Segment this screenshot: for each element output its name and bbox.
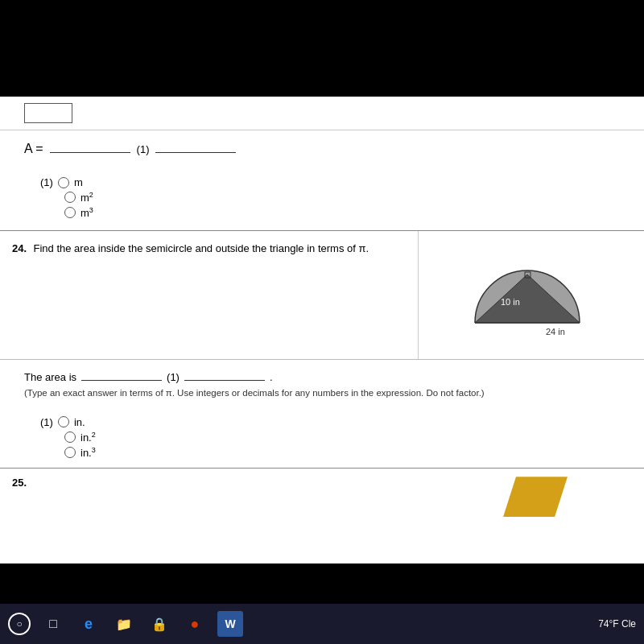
svg-text:10 in: 10 in xyxy=(501,297,520,307)
problem-24-right: 10 in 24 in xyxy=(419,231,644,359)
radio-m2[interactable] xyxy=(64,192,76,203)
area-is-label: The area is xyxy=(24,371,76,383)
area-blank-2[interactable] xyxy=(184,368,265,381)
radio-section-in: (1) in. in.2 in.3 xyxy=(0,412,644,469)
diagram-container: 10 in 24 in xyxy=(459,246,604,343)
taskbar-security[interactable]: 🔒 xyxy=(147,611,172,637)
radio-in3[interactable] xyxy=(64,447,76,458)
a-one-label: (1) xyxy=(137,143,150,155)
radio-section-units: (1) m m2 m3 xyxy=(0,171,644,230)
taskbar-files[interactable]: 📁 xyxy=(111,611,137,637)
problem-25-number: 25. xyxy=(12,477,27,489)
radio-row-m3: m3 xyxy=(40,206,620,219)
radio-in-one-label: (1) xyxy=(40,416,53,428)
area-blank-1[interactable] xyxy=(81,368,162,381)
radio-row-m: (1) m xyxy=(40,176,620,188)
answer-section: The area is (1) . (Type an exact answer … xyxy=(0,359,644,412)
taskbar: ○ □ e 📁 🔒 ● W 74°F Cle xyxy=(0,604,644,644)
radio-m3[interactable] xyxy=(64,207,76,218)
semicircle-diagram: 10 in 24 in xyxy=(459,246,604,343)
top-black-area xyxy=(0,0,644,97)
a-blank-2[interactable] xyxy=(155,140,236,153)
taskbar-office[interactable]: ● xyxy=(182,611,208,637)
instruction-text: (Type an exact answer in terms of π. Use… xyxy=(24,388,620,398)
answer-one-label: (1) xyxy=(167,371,180,383)
radio-one-label: (1) xyxy=(40,176,53,188)
radio-in2-label: in.2 xyxy=(80,431,96,444)
radio-in-label: in. xyxy=(74,416,85,428)
taskbar-edge[interactable]: e xyxy=(76,611,101,637)
radio-in[interactable] xyxy=(58,416,69,427)
svg-text:24 in: 24 in xyxy=(546,327,565,336)
taskbar-search[interactable]: □ xyxy=(40,611,66,637)
problem-24-left: 24. Find the area inside the semicircle … xyxy=(0,231,419,359)
radio-in3-label: in.3 xyxy=(80,446,96,459)
small-box xyxy=(24,103,72,123)
answer-period: . xyxy=(270,371,273,383)
radio-row-in: (1) in. xyxy=(40,416,620,428)
radio-m2-label: m2 xyxy=(80,191,93,204)
problem-24-container: 24. Find the area inside the semicircle … xyxy=(0,230,644,359)
a-equals-label: A = xyxy=(24,142,43,156)
main-content: A = (1) (1) m m2 m3 24. Find the area in… xyxy=(0,97,644,564)
taskbar-word[interactable]: W xyxy=(217,611,243,637)
a-blank-1[interactable] xyxy=(50,140,130,153)
radio-m3-label: m3 xyxy=(80,206,93,219)
yellow-shape xyxy=(503,477,568,517)
radio-in2[interactable] xyxy=(64,431,76,443)
a-equals-row: A = (1) xyxy=(24,140,620,156)
area-is-row: The area is (1) . xyxy=(24,368,620,383)
radio-m-label: m xyxy=(74,176,83,188)
radio-row-m2: m2 xyxy=(40,191,620,204)
radio-row-in2: in.2 xyxy=(40,431,620,444)
top-section xyxy=(0,97,644,130)
taskbar-start[interactable]: ○ xyxy=(8,613,31,635)
radio-row-in3: in.3 xyxy=(40,446,620,459)
problem-25-container: 25. xyxy=(0,468,644,525)
a-line-section: A = (1) xyxy=(0,130,644,171)
taskbar-time: 74°F Cle xyxy=(598,618,636,630)
problem-24-text: Find the area inside the semicircle and … xyxy=(34,242,369,254)
radio-m[interactable] xyxy=(58,177,69,188)
problem-24-number: 24. xyxy=(12,242,27,254)
